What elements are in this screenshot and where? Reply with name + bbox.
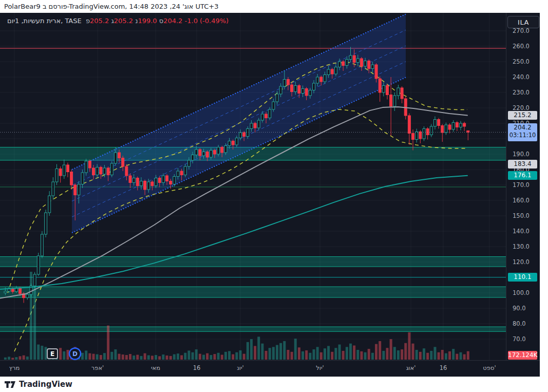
candle-down xyxy=(118,153,121,158)
volume-bar xyxy=(224,352,227,360)
x-axis-label: ספט' xyxy=(483,364,496,371)
candle-up xyxy=(294,86,297,92)
volume-bar xyxy=(301,351,304,360)
volume-bar xyxy=(202,355,205,360)
volume-bar xyxy=(265,351,268,360)
candle-down xyxy=(320,77,323,82)
candle-down xyxy=(74,185,77,195)
volume-bar xyxy=(342,351,345,360)
volume-bar xyxy=(166,356,168,360)
candle-down xyxy=(88,161,91,169)
volume-bar xyxy=(195,349,198,360)
volume-bar xyxy=(59,348,62,360)
volume-bar xyxy=(460,352,462,360)
candle-down xyxy=(243,133,245,137)
volume-bar xyxy=(66,350,69,360)
y-axis-tick: 190.0 xyxy=(513,151,530,158)
candle-down xyxy=(342,62,345,66)
candle-up xyxy=(349,55,352,60)
volume-bar xyxy=(467,351,469,360)
volume-bar xyxy=(243,354,245,360)
volume-bar xyxy=(404,343,407,360)
candle-down xyxy=(456,123,458,127)
volume-bar xyxy=(415,350,418,360)
x-axis-label: מרץ xyxy=(9,364,20,371)
candle-up xyxy=(140,181,142,186)
x-axis-label: אפר' xyxy=(91,364,104,371)
y-axis-tick: 160.0 xyxy=(513,197,530,204)
volume-bar xyxy=(327,346,330,360)
candle-down xyxy=(390,95,392,107)
candle-up xyxy=(301,89,304,94)
candle-up xyxy=(430,126,432,135)
volume-bar xyxy=(364,352,367,360)
volume-bar xyxy=(334,348,337,360)
candle-up xyxy=(279,86,282,94)
candle-down xyxy=(66,165,69,172)
price-chart-canvas[interactable]: ED xyxy=(0,13,506,360)
marker-letter: E xyxy=(50,350,54,358)
candle-up xyxy=(63,165,65,176)
volume-bar xyxy=(456,354,458,360)
candle-up xyxy=(187,160,190,166)
volume-bar xyxy=(356,350,359,360)
y-axis-tick: 250.0 xyxy=(513,58,530,65)
y-axis-tick: 220.0 xyxy=(513,104,530,111)
candle-down xyxy=(92,168,95,175)
candle-down xyxy=(265,114,268,118)
tradingview-brand-text[interactable]: TradingView xyxy=(19,380,72,389)
candle-up xyxy=(195,150,198,155)
volume-bar xyxy=(129,354,131,360)
candle-up xyxy=(78,184,80,195)
volume-bar xyxy=(114,349,117,360)
candle-down xyxy=(298,86,300,94)
candle-down xyxy=(11,289,14,292)
volume-bar xyxy=(412,344,414,360)
chart-area[interactable]: ED ארית תעשיות, 1יום, TASE פ205.2 ג205.2… xyxy=(0,13,540,377)
candle-down xyxy=(213,151,216,155)
candle-up xyxy=(45,213,47,234)
candle-up xyxy=(423,129,425,139)
volume-bar xyxy=(133,356,135,360)
volume-bar xyxy=(423,348,425,360)
candle-down xyxy=(419,132,422,139)
price-level-label: 172.124K xyxy=(508,351,537,360)
candle-up xyxy=(382,86,385,93)
tradingview-logo-icon[interactable] xyxy=(5,381,15,388)
candle-down xyxy=(441,126,444,133)
volume-bar xyxy=(192,352,194,360)
price-level-label: 176.1 xyxy=(508,171,537,180)
symbol-badge[interactable]: ILA xyxy=(507,16,539,28)
candle-up xyxy=(147,182,150,190)
volume-bar xyxy=(162,354,164,360)
candle-down xyxy=(144,181,146,190)
volume-bar xyxy=(316,347,319,360)
volume-bar xyxy=(81,353,84,360)
candle-down xyxy=(305,89,308,96)
volume-bar xyxy=(261,344,263,360)
volume-bar xyxy=(346,347,348,360)
candle-up xyxy=(37,256,40,274)
candle-down xyxy=(169,181,172,184)
volume-bar xyxy=(448,351,451,360)
candle-up xyxy=(235,138,238,145)
price-axis[interactable]: 270.0260.0250.0240.0230.0220.0210.0200.0… xyxy=(506,13,540,360)
candle-up xyxy=(192,155,194,161)
x-axis-label: מאי xyxy=(151,364,160,371)
candle-down xyxy=(360,59,363,66)
volume-bar xyxy=(375,344,377,360)
volume-bar xyxy=(151,356,154,360)
candle-down xyxy=(158,178,161,183)
page: PolarBear9 פורסם ב-TradingView.com, 14:4… xyxy=(0,0,548,392)
volume-bar xyxy=(438,352,440,360)
volume-bar xyxy=(390,339,392,360)
volume-bar xyxy=(103,353,106,360)
candle-up xyxy=(173,177,176,184)
volume-bar xyxy=(309,353,311,360)
time-axis[interactable]: מרץאפר'מאי16יונ'יול'אוג'16ספט' xyxy=(0,360,540,376)
volume-bar xyxy=(217,353,220,360)
candle-up xyxy=(228,141,231,146)
volume-bar xyxy=(294,339,297,360)
candle-up xyxy=(433,120,436,127)
candle-up xyxy=(224,146,227,153)
